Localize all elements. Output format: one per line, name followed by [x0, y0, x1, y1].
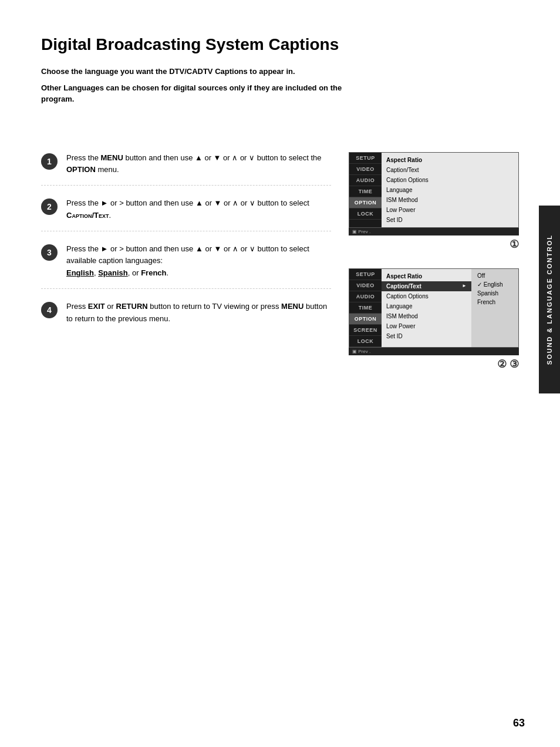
menu-main-col-2: Aspect Ratio Caption/Text ► Caption Opti… [382, 269, 471, 347]
menu-sidebar-col-1: SETUP VIDEO AUDIO TIME OPTION LOCK [349, 153, 382, 227]
menu-item-audio-1: AUDIO [349, 175, 382, 186]
menu-main-aspect-ratio-2: Aspect Ratio [382, 271, 471, 281]
step-3: 3 Press the ► or > button and then use ▲… [41, 243, 331, 289]
menu-item-time-1: TIME [349, 186, 382, 197]
menu-box-1: SETUP VIDEO AUDIO TIME OPTION LOCK Aspec… [349, 152, 519, 228]
menu-main-set-id-2: Set ID [382, 331, 471, 341]
step-number-3: 3 [41, 244, 58, 261]
menu-item-video-1: VIDEO [349, 164, 382, 175]
menu-bottom-2: ▣ Prev . [349, 348, 519, 355]
menu-main-caption-options-2: Caption Options [382, 291, 471, 301]
menu-item-setup-2: SETUP [349, 269, 382, 280]
menu-main-aspect-ratio-1: Aspect Ratio [382, 155, 518, 165]
menu-main-language-2: Language [382, 301, 471, 311]
menu-main-set-id-1: Set ID [382, 215, 518, 225]
menu-item-screen-2: SCREEN [349, 325, 382, 336]
menu-item-audio-2: AUDIO [349, 291, 382, 302]
menu-item-time-2: TIME [349, 302, 382, 314]
menu-sub-spanish: Spanish [475, 289, 515, 298]
steps-list: 1 Press the MENU button and then use ▲ o… [41, 152, 331, 388]
steps-container: 1 Press the MENU button and then use ▲ o… [41, 152, 519, 388]
menu-prev-label-2: ▣ Prev . [352, 349, 370, 354]
menu-main-low-power-1: Low Power [382, 205, 518, 215]
step-text-3: Press the ► or > button and then use ▲ o… [66, 243, 331, 280]
menu-main-col-1: Aspect Ratio Caption/Text Caption Option… [382, 153, 518, 227]
step-2: 2 Press the ► or > button and then use ▲… [41, 197, 331, 231]
screenshot-2: SETUP VIDEO AUDIO TIME OPTION SCREEN LOC… [349, 268, 519, 371]
step-4: 4 Press EXIT or RETURN button to return … [41, 301, 331, 334]
menu-item-video-2: VIDEO [349, 280, 382, 291]
menu-item-option-2: OPTION [349, 314, 382, 325]
menu-main-ism-2: ISM Method [382, 311, 471, 321]
menu-main-low-power-2: Low Power [382, 321, 471, 331]
step-text-1: Press the MENU button and then use ▲ or … [66, 152, 331, 177]
screenshots-area: SETUP VIDEO AUDIO TIME OPTION LOCK Aspec… [349, 152, 519, 388]
step-1: 1 Press the MENU button and then use ▲ o… [41, 152, 331, 186]
menu-sub-french: French [475, 298, 515, 307]
menu-box-2: SETUP VIDEO AUDIO TIME OPTION SCREEN LOC… [349, 268, 519, 348]
screenshot-1: SETUP VIDEO AUDIO TIME OPTION LOCK Aspec… [349, 152, 519, 251]
menu-main-caption-options-1: Caption Options [382, 175, 518, 185]
intro-text-1: Choose the language you want the DTV/CAD… [41, 66, 346, 78]
menu-sub-english: English [475, 280, 515, 289]
menu-item-option-1: OPTION [349, 197, 382, 208]
step-text-2: Press the ► or > button and then use ▲ o… [66, 197, 331, 222]
menu-item-setup-1: SETUP [349, 153, 382, 164]
step-number-2: 2 [41, 198, 58, 215]
step-number-4: 4 [41, 302, 58, 318]
step-number-1: 1 [41, 153, 58, 170]
step-badge-2: ② ③ [349, 358, 519, 371]
step-text-4: Press EXIT or RETURN button to return to… [66, 301, 331, 325]
intro-text-2: Other Languages can be chosen for digita… [41, 82, 346, 105]
menu-main-caption-text-1: Caption/Text [382, 165, 518, 175]
menu-bottom-1: ▣ Prev . [349, 228, 519, 235]
menu-item-lock-2: LOCK [349, 336, 382, 347]
menu-sidebar-col-2: SETUP VIDEO AUDIO TIME OPTION SCREEN LOC… [349, 269, 382, 347]
menu-main-caption-text-2: Caption/Text ► [382, 281, 471, 291]
menu-sub-col-2: Off English Spanish French [471, 269, 518, 347]
menu-main-ism-1: ISM Method [382, 195, 518, 205]
menu-sub-off: Off [475, 271, 515, 280]
menu-prev-label-1: ▣ Prev . [352, 229, 370, 234]
menu-item-lock-1: LOCK [349, 208, 382, 220]
page-content: Digital Broadcasting System Captions Cho… [0, 0, 560, 412]
page-title: Digital Broadcasting System Captions [41, 35, 519, 54]
page-number: 63 [513, 717, 525, 729]
step-badge-1: ① [349, 238, 519, 251]
menu-main-language-1: Language [382, 185, 518, 195]
